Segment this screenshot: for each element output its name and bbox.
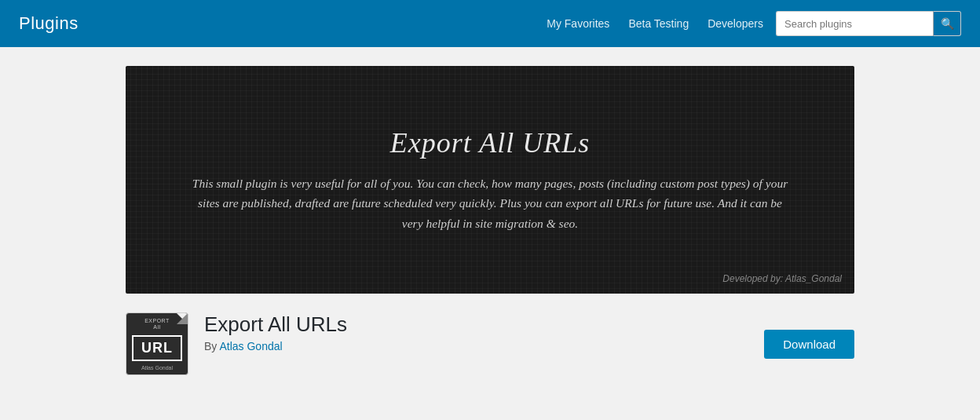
- plugin-name: Export All URLs: [204, 312, 748, 337]
- nav-beta-testing[interactable]: Beta Testing: [628, 17, 689, 30]
- search-icon: 🔍: [941, 17, 954, 30]
- banner-credit: Developed by: Atlas_Gondal: [722, 273, 842, 284]
- nav-developers[interactable]: Developers: [708, 17, 763, 30]
- plugin-info-row: EXPORTAll URL Atlas Gondal Export All UR…: [126, 312, 854, 375]
- plugin-author: By Atlas Gondal: [204, 340, 748, 352]
- plugin-banner: Export All URLs This small plugin is ver…: [126, 66, 854, 294]
- main-nav: My Favorites Beta Testing Developers: [547, 17, 763, 30]
- icon-bottom-text: Atlas Gondal: [141, 365, 173, 371]
- header: Plugins My Favorites Beta Testing Develo…: [0, 0, 980, 47]
- download-button[interactable]: Download: [764, 330, 854, 359]
- search-button[interactable]: 🔍: [933, 11, 961, 36]
- download-button-wrapper: Download: [764, 330, 854, 359]
- icon-top-text: EXPORTAll: [144, 316, 170, 331]
- plugin-icon: EXPORTAll URL Atlas Gondal: [126, 312, 188, 375]
- plugin-details: Export All URLs By Atlas Gondal: [204, 312, 748, 352]
- site-title: Plugins: [19, 13, 79, 34]
- main-content: Export All URLs This small plugin is ver…: [113, 47, 867, 394]
- banner-description: This small plugin is very useful for all…: [192, 173, 788, 234]
- author-label: By: [204, 340, 217, 352]
- author-link[interactable]: Atlas Gondal: [219, 340, 282, 352]
- banner-title: Export All URLs: [390, 126, 590, 159]
- search-bar: 🔍: [776, 11, 961, 36]
- nav-my-favorites[interactable]: My Favorites: [547, 17, 609, 30]
- icon-url-badge: URL: [132, 335, 182, 361]
- search-input[interactable]: [776, 11, 933, 36]
